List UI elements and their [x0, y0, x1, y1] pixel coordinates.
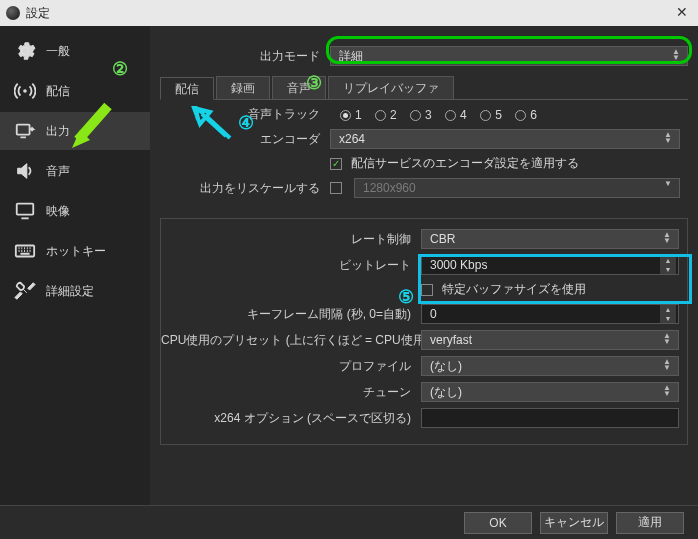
- chevron-updown-icon: ▲▼: [660, 359, 674, 371]
- spinner-arrows-icon[interactable]: ▲▼: [660, 256, 676, 274]
- tab-replay[interactable]: リプレイバッファ: [328, 76, 454, 99]
- encoder-label: エンコーダ: [160, 131, 330, 148]
- output-mode-value: 詳細: [339, 48, 363, 65]
- sidebar-item-output[interactable]: 出力: [0, 112, 150, 150]
- custom-buffer-label: 特定バッファサイズを使用: [442, 282, 586, 296]
- rate-control-value: CBR: [430, 232, 455, 246]
- enforce-checkbox[interactable]: [330, 158, 342, 170]
- bitrate-label: ビットレート: [161, 257, 421, 274]
- tab-label: 配信: [175, 82, 199, 96]
- window-title: 設定: [26, 5, 50, 22]
- sidebar-item-label: 音声: [46, 163, 70, 180]
- output-mode-select[interactable]: 詳細 ▲▼: [330, 46, 688, 66]
- broadcast-icon: [14, 80, 36, 102]
- profile-value: (なし): [430, 358, 462, 375]
- radio-track-4[interactable]: [445, 110, 456, 121]
- dialog-buttons: OK キャンセル 適用: [0, 505, 698, 539]
- cpu-preset-select[interactable]: veryfast ▲▼: [421, 330, 679, 350]
- radio-track-6[interactable]: [515, 110, 526, 121]
- radio-label: 4: [460, 108, 467, 122]
- settings-pane: 出力モード 詳細 ▲▼ 配信 録画 音声 リプレイバッファ 音声トラック 1 2: [150, 26, 698, 505]
- encoder-panel: レート制御 CBR ▲▼ ビットレート 3000 Kbps ▲▼: [160, 218, 688, 445]
- x264opts-label: x264 オプション (スペースで区切る): [161, 410, 421, 427]
- profile-label: プロファイル: [161, 358, 421, 375]
- button-label: 適用: [638, 514, 662, 531]
- sidebar-item-label: 映像: [46, 203, 70, 220]
- radio-track-2[interactable]: [375, 110, 386, 121]
- tab-stream[interactable]: 配信: [160, 77, 214, 100]
- titlebar: 設定 ✕: [0, 0, 698, 26]
- svg-rect-1: [17, 125, 30, 135]
- keyframe-input[interactable]: 0 ▲▼: [421, 304, 679, 324]
- svg-point-0: [23, 89, 27, 93]
- keyboard-icon: [14, 240, 36, 262]
- cancel-button[interactable]: キャンセル: [540, 512, 608, 534]
- radio-label: 1: [355, 108, 362, 122]
- chevron-down-icon: ▼: [661, 181, 675, 187]
- rescale-select: 1280x960 ▼: [354, 178, 680, 198]
- output-icon: [14, 120, 36, 142]
- svg-rect-2: [17, 204, 34, 215]
- radio-label: 5: [495, 108, 502, 122]
- button-label: OK: [489, 516, 506, 530]
- cpu-preset-value: veryfast: [430, 333, 472, 347]
- obs-icon: [6, 6, 20, 20]
- radio-label: 6: [530, 108, 537, 122]
- sidebar-item-label: ホットキー: [46, 243, 106, 260]
- tab-label: 音声: [287, 81, 311, 95]
- radio-track-5[interactable]: [480, 110, 491, 121]
- sidebar-item-advanced[interactable]: 詳細設定: [0, 272, 150, 310]
- output-mode-label: 出力モード: [160, 48, 330, 65]
- encoder-select[interactable]: x264 ▲▼: [330, 129, 680, 149]
- x264opts-input[interactable]: [421, 408, 679, 428]
- radio-track-1[interactable]: [340, 110, 351, 121]
- monitor-icon: [14, 200, 36, 222]
- tools-icon: [14, 280, 36, 302]
- cpu-preset-label: CPU使用のプリセット (上に行くほど = CPU使用低い): [161, 332, 421, 349]
- chevron-updown-icon: ▲▼: [660, 333, 674, 345]
- sidebar-item-label: 一般: [46, 43, 70, 60]
- enforce-label: 配信サービスのエンコーダ設定を適用する: [351, 156, 579, 170]
- bitrate-value: 3000 Kbps: [430, 258, 487, 272]
- rate-control-label: レート制御: [161, 231, 421, 248]
- sidebar-item-general[interactable]: 一般: [0, 32, 150, 70]
- radio-label: 3: [425, 108, 432, 122]
- rescale-value: 1280x960: [363, 181, 416, 195]
- tune-select[interactable]: (なし) ▲▼: [421, 382, 679, 402]
- spinner-arrows-icon[interactable]: ▲▼: [660, 305, 676, 323]
- audio-track-label: 音声トラック: [160, 106, 330, 123]
- chevron-updown-icon: ▲▼: [661, 132, 675, 144]
- sidebar-item-video[interactable]: 映像: [0, 192, 150, 230]
- apply-button[interactable]: 適用: [616, 512, 684, 534]
- content: 一般 配信 出力 音声 映像: [0, 26, 698, 505]
- custom-buffer-checkbox[interactable]: [421, 284, 433, 296]
- sidebar-item-label: 詳細設定: [46, 283, 94, 300]
- tune-value: (なし): [430, 384, 462, 401]
- keyframe-label: キーフレーム間隔 (秒, 0=自動): [161, 306, 421, 323]
- rate-control-select[interactable]: CBR ▲▼: [421, 229, 679, 249]
- ok-button[interactable]: OK: [464, 512, 532, 534]
- sidebar-item-label: 出力: [46, 123, 70, 140]
- sidebar-item-hotkeys[interactable]: ホットキー: [0, 232, 150, 270]
- sidebar-item-stream[interactable]: 配信: [0, 72, 150, 110]
- encoder-value: x264: [339, 132, 365, 146]
- radio-label: 2: [390, 108, 397, 122]
- gear-icon: [14, 40, 36, 62]
- tune-label: チューン: [161, 384, 421, 401]
- rescale-checkbox[interactable]: [330, 182, 342, 194]
- tab-record[interactable]: 録画: [216, 76, 270, 99]
- tab-label: 録画: [231, 81, 255, 95]
- output-tabs: 配信 録画 音声 リプレイバッファ: [160, 76, 688, 100]
- radio-track-3[interactable]: [410, 110, 421, 121]
- profile-select[interactable]: (なし) ▲▼: [421, 356, 679, 376]
- tab-audio[interactable]: 音声: [272, 76, 326, 99]
- sidebar-item-audio[interactable]: 音声: [0, 152, 150, 190]
- tab-label: リプレイバッファ: [343, 81, 439, 95]
- bitrate-input[interactable]: 3000 Kbps ▲▼: [421, 255, 679, 275]
- rescale-label: 出力をリスケールする: [160, 180, 330, 197]
- sidebar: 一般 配信 出力 音声 映像: [0, 26, 150, 505]
- close-icon[interactable]: ✕: [676, 4, 688, 20]
- keyframe-value: 0: [430, 307, 437, 321]
- chevron-updown-icon: ▲▼: [660, 232, 674, 244]
- sidebar-item-label: 配信: [46, 83, 70, 100]
